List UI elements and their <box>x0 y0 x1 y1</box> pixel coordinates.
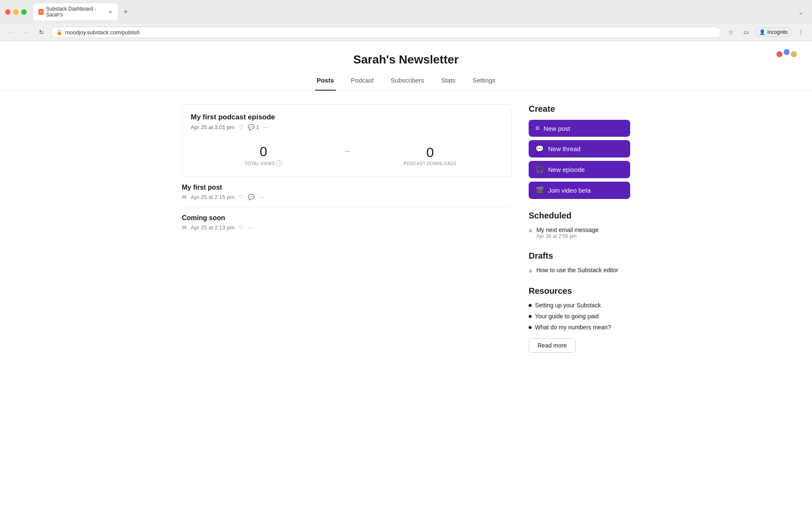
post-list-meta-2: ✉ Apr 25 at 2:13 pm ♡ ··· <box>182 224 512 231</box>
stat-arrow-icon: → <box>343 147 351 163</box>
post-date-2: Apr 25 at 2:13 pm <box>191 224 234 231</box>
nav-item-stats[interactable]: Stats <box>439 73 457 91</box>
post-envelope-icon-1: ✉ <box>182 194 187 200</box>
bookmark-button[interactable]: ☆ <box>725 26 737 38</box>
featured-post-comment[interactable]: 💬 1 <box>248 124 259 130</box>
refresh-button[interactable]: ↻ <box>36 26 47 38</box>
maximize-button[interactable] <box>21 9 27 15</box>
profile-label: Incognito <box>767 29 788 35</box>
address-input-wrapper[interactable]: 🔒 moodjoy.substack.com/publish <box>51 27 721 38</box>
resource-dot-2 <box>529 315 532 318</box>
resource-item-2[interactable]: Your guide to going paid <box>529 313 630 320</box>
nav-item-settings[interactable]: Settings <box>471 73 497 91</box>
post-list-meta-1: ✉ Apr 25 at 2:15 pm ♡ 💬 ··· <box>182 194 512 200</box>
new-episode-label: New episode <box>548 166 585 173</box>
featured-post-card: My first podcast episode Apr 25 at 3:01 … <box>182 104 512 177</box>
back-button[interactable]: ← <box>5 26 17 38</box>
new-post-label: New post <box>543 125 570 132</box>
podcast-downloads-stat: 0 PODCAST DOWNLOADS <box>357 145 503 166</box>
post-list-item-1[interactable]: My first post ✉ Apr 25 at 2:15 pm ♡ 💬 ··… <box>182 177 512 207</box>
post-envelope-icon-2: ✉ <box>182 224 187 231</box>
scheduled-item-icon: ≡ <box>529 227 532 234</box>
total-views-number: 0 <box>191 144 336 160</box>
join-video-label: Join video beta <box>548 187 591 194</box>
new-thread-button[interactable]: 💬 New thread <box>529 140 630 157</box>
main-container: My first podcast episode Apr 25 at 3:01 … <box>173 91 639 378</box>
nav-item-podcast[interactable]: Podcast <box>349 73 376 91</box>
new-post-button[interactable]: ≡ New post <box>529 120 630 137</box>
resource-label-2: Your guide to going paid <box>535 313 599 320</box>
post-like-2[interactable]: ♡ <box>239 224 244 231</box>
browser-chrome: S Substack Dashboard - Sarah's ✕ + ⌄ ← →… <box>0 0 812 41</box>
avatar-dot-1 <box>776 51 782 57</box>
draft-item-1: ≡ How to use the Substack editor <box>529 267 630 274</box>
new-episode-icon: 🎧 <box>535 166 544 174</box>
read-more-button[interactable]: Read more <box>529 338 576 353</box>
post-list-item-2[interactable]: Coming soon ✉ Apr 25 at 2:13 pm ♡ ··· <box>182 207 512 237</box>
resource-item-1[interactable]: Setting up your Substack <box>529 302 630 309</box>
post-list-title-2: Coming soon <box>182 214 512 222</box>
url-text[interactable]: moodjoy.substack.com/publish <box>65 29 140 36</box>
featured-post-more[interactable]: ··· <box>263 124 268 130</box>
featured-post-date: Apr 25 at 3:01 pm <box>191 124 234 130</box>
menu-button[interactable]: ⋮ <box>795 26 807 38</box>
profile-icon: 👤 <box>759 29 765 35</box>
nav-item-posts[interactable]: Posts <box>315 73 336 91</box>
featured-post-meta: Apr 25 at 3:01 pm ♡ 💬 1 ··· <box>191 124 503 130</box>
profile-avatar <box>776 51 797 57</box>
post-like-1[interactable]: ♡ <box>239 194 244 200</box>
post-more-1[interactable]: ··· <box>259 194 263 200</box>
resource-item-3[interactable]: What do my numbers mean? <box>529 324 630 331</box>
drafts-heading: Drafts <box>529 251 630 261</box>
scheduled-section: Scheduled ≡ My next email message Apr 26… <box>529 211 630 239</box>
post-stats: 0 TOTAL VIEWS i → 0 PODCAST DOWNLOADS <box>191 137 503 168</box>
site-title: Sarah's Newsletter <box>8 53 804 66</box>
post-comment-1[interactable]: 💬 <box>248 194 255 200</box>
resources-heading: Resources <box>529 286 630 296</box>
total-views-info-icon[interactable]: i <box>276 160 282 166</box>
join-video-button[interactable]: 🎬 Join video beta <box>529 182 630 199</box>
resource-dot-3 <box>529 326 532 329</box>
nav-item-subscribers[interactable]: Subscribers <box>389 73 426 91</box>
new-thread-icon: 💬 <box>535 145 544 153</box>
scheduled-item-1[interactable]: ≡ My next email message Apr 26 at 2:56 p… <box>529 226 630 239</box>
featured-post-like[interactable]: ♡ <box>239 124 244 130</box>
tab-bar: S Substack Dashboard - Sarah's ✕ + <box>33 3 791 20</box>
scheduled-item-time: Apr 26 at 2:56 pm <box>536 233 598 239</box>
new-thread-label: New thread <box>548 145 581 152</box>
read-more-label: Read more <box>538 342 567 349</box>
titlebar: S Substack Dashboard - Sarah's ✕ + ⌄ <box>0 0 812 24</box>
sidebar-button[interactable]: ▭ <box>740 26 752 38</box>
resource-dot-1 <box>529 304 532 307</box>
draft-item-icon: ≡ <box>529 268 532 274</box>
tab-title: Substack Dashboard - Sarah's <box>46 6 104 18</box>
post-list-title-1: My first post <box>182 184 512 191</box>
drafts-section: Drafts ≡ How to use the Substack editor <box>529 251 630 274</box>
address-bar: ← → ↻ 🔒 moodjoy.substack.com/publish ☆ ▭… <box>0 24 812 41</box>
new-episode-button[interactable]: 🎧 New episode <box>529 161 630 178</box>
podcast-downloads-label: PODCAST DOWNLOADS <box>357 161 503 166</box>
tab-close-icon[interactable]: ✕ <box>108 9 113 15</box>
create-section: Create ≡ New post 💬 New thread 🎧 New epi… <box>529 104 630 199</box>
minimize-button[interactable] <box>13 9 19 15</box>
avatar-dots <box>776 51 797 57</box>
scheduled-item-title: My next email message <box>536 226 598 233</box>
new-tab-button[interactable]: + <box>120 6 132 18</box>
podcast-downloads-number: 0 <box>357 145 503 160</box>
forward-button[interactable]: → <box>20 26 32 38</box>
post-more-2[interactable]: ··· <box>248 224 252 231</box>
resource-label-3: What do my numbers mean? <box>535 324 611 331</box>
close-button[interactable] <box>5 9 11 15</box>
total-views-label: TOTAL VIEWS i <box>191 160 336 166</box>
page-content: Sarah's Newsletter Posts Podcast Subscri… <box>0 41 812 508</box>
active-tab[interactable]: S Substack Dashboard - Sarah's ✕ <box>33 3 118 20</box>
avatar-dot-3 <box>791 51 797 57</box>
featured-post-title[interactable]: My first podcast episode <box>191 113 503 121</box>
draft-item-title[interactable]: How to use the Substack editor <box>536 267 618 273</box>
window-controls[interactable]: ⌄ <box>795 6 807 18</box>
posts-column: My first podcast episode Apr 25 at 3:01 … <box>182 104 512 364</box>
create-heading: Create <box>529 104 630 114</box>
scheduled-heading: Scheduled <box>529 211 630 221</box>
profile-button[interactable]: 👤 Incognito <box>755 28 792 37</box>
resources-section: Resources Setting up your Substack Your … <box>529 286 630 353</box>
